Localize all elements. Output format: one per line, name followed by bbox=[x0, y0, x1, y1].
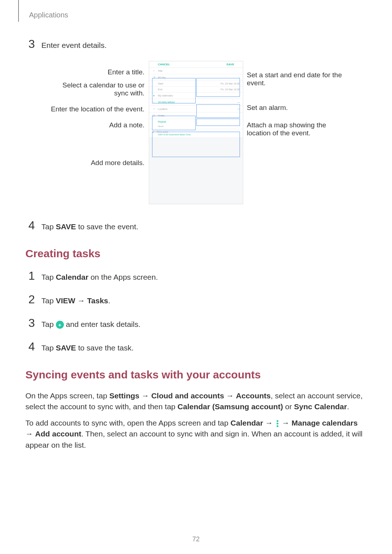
right-callouts: Set a start and end date for the event. … bbox=[247, 61, 345, 137]
highlight-box bbox=[196, 78, 240, 97]
callout-title: Enter a title. bbox=[47, 68, 145, 76]
task-step-1: 1 Tap Calendar on the Apps screen. bbox=[25, 269, 367, 283]
arrow-icon: → bbox=[263, 419, 275, 427]
t: Tap bbox=[41, 296, 56, 305]
task-step-3: 3 Tap + and enter task details. bbox=[25, 316, 367, 330]
step-text: Tap VIEW → Tasks. bbox=[41, 295, 110, 306]
step-number: 2 bbox=[25, 293, 35, 306]
t: Tap bbox=[41, 344, 56, 352]
t-bold: Add account bbox=[35, 430, 81, 438]
heading-creating-tasks: Creating tasks bbox=[25, 247, 367, 260]
step-text: Tap SAVE to save the event. bbox=[41, 221, 138, 232]
t: . bbox=[347, 402, 349, 411]
save-button: SAVE bbox=[226, 63, 234, 66]
left-callouts: Enter a title. Select a calendar to use … bbox=[47, 61, 145, 170]
arrow-icon: → bbox=[25, 430, 35, 438]
minus-icon: — bbox=[237, 101, 240, 103]
highlight-box bbox=[152, 116, 196, 130]
t: to save the event. bbox=[76, 222, 138, 231]
step-number: 4 bbox=[25, 340, 35, 353]
t: Tap bbox=[41, 273, 56, 281]
callout-date-l1: Set a start and end date for the bbox=[247, 71, 345, 79]
arrow-icon: → bbox=[139, 391, 151, 400]
highlight-box bbox=[196, 119, 240, 126]
step-text: Enter event details. bbox=[41, 40, 107, 50]
t: and enter task details. bbox=[64, 320, 140, 328]
heading-syncing: Syncing events and tasks with your accou… bbox=[25, 369, 367, 381]
page-header: Applications bbox=[25, 11, 367, 19]
t-bold: Calendar (Samsung account) bbox=[177, 402, 283, 411]
step-number: 3 bbox=[25, 37, 35, 51]
callout-date-l2: event. bbox=[247, 79, 345, 87]
step-text: Tap SAVE to save the task. bbox=[41, 342, 134, 353]
t-bold: Settings bbox=[109, 391, 139, 400]
arrow-icon: → bbox=[75, 296, 87, 305]
step-text: Tap Calendar on the Apps screen. bbox=[41, 272, 158, 282]
callout-note: Add a note. bbox=[47, 121, 145, 129]
page-number: 72 bbox=[0, 535, 392, 543]
sync-paragraph-1: On the Apps screen, tap Settings → Cloud… bbox=[25, 390, 367, 413]
t-bold: Tasks bbox=[87, 296, 108, 305]
highlight-box bbox=[196, 104, 240, 118]
t-bold: Calendar bbox=[230, 419, 263, 427]
phone-mock: CANCEL SAVE TTitle ◔All day◯⃝ StartFri, … bbox=[149, 61, 243, 204]
t-bold: Calendar bbox=[56, 273, 89, 281]
callout-location: Enter the location of the event. bbox=[47, 105, 145, 113]
event-editor-diagram: Enter a title. Select a calendar to use … bbox=[25, 61, 367, 204]
title-placeholder: Title bbox=[158, 70, 163, 72]
add-icon: + bbox=[56, 321, 64, 329]
t-bold: Accounts bbox=[236, 391, 271, 400]
task-step-2: 2 Tap VIEW → Tasks. bbox=[25, 293, 367, 306]
location-label: Location bbox=[158, 108, 167, 110]
t-bold: Sync Calendar bbox=[294, 402, 347, 411]
more-icon bbox=[275, 420, 280, 427]
step-number: 1 bbox=[25, 269, 35, 283]
sync-paragraph-2: To add accounts to sync with, open the A… bbox=[25, 418, 367, 451]
t-bold: Manage calendars bbox=[291, 419, 358, 427]
step-number: 3 bbox=[25, 316, 35, 330]
step-text: Tap + and enter task details. bbox=[41, 319, 140, 329]
step-number: 4 bbox=[25, 219, 35, 232]
arrow-icon: → bbox=[280, 419, 292, 427]
highlight-box bbox=[152, 132, 240, 157]
t-bold: VIEW bbox=[56, 296, 75, 305]
t-bold: SAVE bbox=[56, 222, 76, 231]
callout-calendar-l2: sync with. bbox=[47, 89, 145, 97]
t-bold: Cloud and accounts bbox=[151, 391, 224, 400]
callout-calendar-l1: Select a calendar to use or bbox=[47, 81, 145, 89]
callout-more: Add more details. bbox=[47, 159, 145, 167]
arrow-icon: → bbox=[224, 391, 236, 400]
callout-map-l1: Attach a map showing the bbox=[247, 121, 345, 129]
step-3-row: 3 Enter event details. bbox=[25, 37, 367, 51]
t: Tap bbox=[41, 320, 56, 328]
t: Tap bbox=[41, 222, 56, 231]
t: or bbox=[283, 402, 294, 411]
t: To add accounts to sync with, open the A… bbox=[25, 419, 230, 427]
callout-alarm: Set an alarm. bbox=[247, 104, 345, 112]
t: on the Apps screen. bbox=[89, 273, 158, 281]
pin-icon: ⌖ bbox=[152, 107, 156, 111]
t: to save the task. bbox=[76, 344, 134, 352]
side-rule bbox=[18, 0, 19, 22]
highlight-box bbox=[152, 78, 196, 103]
text-icon: T bbox=[152, 69, 156, 73]
cancel-button: CANCEL bbox=[158, 63, 170, 66]
title-row: TTitle bbox=[149, 68, 243, 74]
callout-map-l2: location of the event. bbox=[247, 129, 345, 137]
t-bold: SAVE bbox=[56, 344, 76, 352]
step-4-row: 4 Tap SAVE to save the event. bbox=[25, 219, 367, 232]
t: . bbox=[108, 296, 110, 305]
task-step-4: 4 Tap SAVE to save the task. bbox=[25, 340, 367, 353]
t: On the Apps screen, tap bbox=[25, 391, 109, 400]
phone-topbar: CANCEL SAVE bbox=[149, 61, 243, 68]
